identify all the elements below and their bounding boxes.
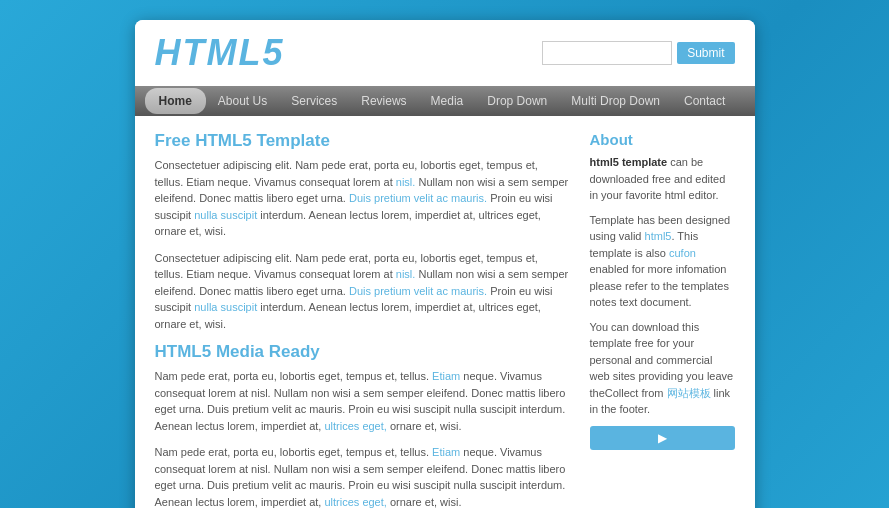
nav-contact[interactable]: Contact (672, 86, 737, 116)
section-title-1: Free HTML5 Template (155, 131, 570, 151)
link-wangzhan[interactable]: 网站模板 (667, 387, 711, 399)
sidebar-block-3: You can download this template free for … (590, 319, 735, 418)
link-html5[interactable]: html5 (645, 230, 672, 242)
section-1-para-1: Consectetuer adipiscing elit. Nam pede e… (155, 157, 570, 240)
nav: Home About Us Services Reviews Media Dro… (135, 86, 755, 116)
section-2-para-1: Nam pede erat, porta eu, lobortis eget, … (155, 368, 570, 434)
link-nisl-1[interactable]: nisl. (396, 176, 416, 188)
section-free-template: Free HTML5 Template Consectetuer adipisc… (155, 131, 570, 332)
link-ultrices-2[interactable]: ultrices eget, (324, 496, 386, 508)
section-title-2: HTML5 Media Ready (155, 342, 570, 362)
link-cufon[interactable]: cufon (669, 247, 696, 259)
nav-media[interactable]: Media (419, 86, 476, 116)
sidebar-block-1: html5 template can be downloaded free an… (590, 154, 735, 204)
page-container: HTML5 Submit Home About Us Services Revi… (135, 20, 755, 508)
header: HTML5 Submit (135, 20, 755, 86)
logo: HTML5 (155, 32, 285, 74)
section-1-para-2: Consectetuer adipiscing elit. Nam pede e… (155, 250, 570, 333)
nav-services[interactable]: Services (279, 86, 349, 116)
nav-dropdown[interactable]: Drop Down (475, 86, 559, 116)
section-media-ready: HTML5 Media Ready Nam pede erat, porta e… (155, 342, 570, 508)
search-area: Submit (542, 41, 734, 65)
nav-about-us[interactable]: About Us (206, 86, 279, 116)
content-left: Free HTML5 Template Consectetuer adipisc… (155, 131, 570, 508)
nav-multi-dropdown[interactable]: Multi Drop Down (559, 86, 672, 116)
link-nisl-2[interactable]: nisl. (396, 268, 416, 280)
section-2-para-2: Nam pede erat, porta eu, lobortis eget, … (155, 444, 570, 508)
submit-button[interactable]: Submit (677, 42, 734, 64)
nav-reviews[interactable]: Reviews (349, 86, 418, 116)
search-input[interactable] (542, 41, 672, 65)
sidebar-title: About (590, 131, 735, 148)
sidebar-download-button[interactable]: ▶ (590, 426, 735, 450)
main-content: Free HTML5 Template Consectetuer adipisc… (135, 116, 755, 508)
link-ultrices-1[interactable]: ultrices eget, (324, 420, 386, 432)
sidebar: About html5 template can be downloaded f… (590, 131, 735, 508)
nav-home[interactable]: Home (145, 88, 206, 114)
sidebar-block-2: Template has been designed using valid h… (590, 212, 735, 311)
